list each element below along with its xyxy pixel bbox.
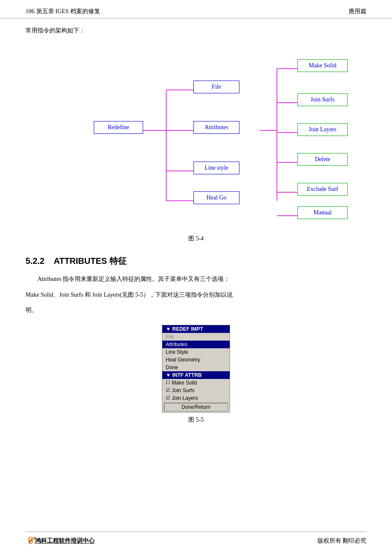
redefimpt-label: ▼ REDEF IMPT xyxy=(166,326,203,332)
diagram-box-excludesurf: Exclude Surf xyxy=(297,183,348,196)
menu-item-file[interactable]: File xyxy=(162,333,230,341)
page-footer: 𝒞 鸿科工程软件培训中心 版权所有 翻印必究 xyxy=(26,532,366,546)
footer-logo: 𝒞 鸿科工程软件培训中心 xyxy=(26,535,95,546)
page-header: 106 第五章 IGES 档案的修复 應用篇 xyxy=(0,0,392,18)
check-makesolid-label: Make Solid xyxy=(172,380,197,386)
body-text-3: 明。 xyxy=(26,305,366,316)
body-text-2: Make Solid、Join Surfs 和 Join Layers(见图 5… xyxy=(26,289,366,301)
diagram-box-manual: Manual xyxy=(297,206,348,219)
menu-item-attributes[interactable]: Attributes xyxy=(162,341,230,348)
diagram-box-linestyle: Line style xyxy=(193,162,239,174)
section-heading: 5.2.2 ATTRIBUTES 特征 xyxy=(26,255,366,267)
menu-check-makesolid[interactable]: ☐ Make Solid xyxy=(162,379,230,387)
intfattrb-label: ▼ INTF ATTRB xyxy=(166,372,202,378)
body-text-1: Attributes 指令用来重新定义输入特征的属性。其子菜单中又有三个选项： xyxy=(26,274,366,285)
diagram: Redefine File Attributes Line style Heal… xyxy=(68,43,324,222)
footer-company: 鸿科工程软件培训中心 xyxy=(35,537,95,545)
menu-check-joinlayers[interactable]: ☑ Join Layers xyxy=(162,394,230,402)
intro-text: 常用指令的架构如下： xyxy=(26,27,366,35)
diagram-box-healgo: Heal Go xyxy=(193,191,239,204)
footer-center: 版权所有 翻印必究 xyxy=(317,537,367,545)
header-right: 應用篇 xyxy=(349,8,366,15)
menu-item-done[interactable]: Done xyxy=(162,364,230,371)
logo-icon: 𝒞 xyxy=(26,535,32,546)
menu-container: ▼ REDEF IMPT File Attributes Line Style … xyxy=(26,325,366,413)
diagram-box-redefine: Redefine xyxy=(94,121,143,134)
diagram-box-joinsurfs: Join Surfs xyxy=(297,93,348,106)
menu-box: ▼ REDEF IMPT File Attributes Line Style … xyxy=(162,325,230,413)
check-joinsurfs-box: ☑ xyxy=(166,387,170,393)
menu-redefimpt-header: ▼ REDEF IMPT xyxy=(162,325,230,333)
diagram-box-delete: Delete xyxy=(297,153,348,166)
section-number: 5.2.2 xyxy=(26,256,44,266)
header-left: 106 第五章 IGES 档案的修复 xyxy=(26,8,100,15)
check-joinlayers-box: ☑ xyxy=(166,395,170,401)
diagram-box-file: File xyxy=(193,81,239,93)
section-title: ATTRIBUTES 特征 xyxy=(54,256,127,266)
diagram-box-joinlayers: Join Layers xyxy=(297,123,348,136)
diagram-caption: 图 5-4 xyxy=(26,235,366,243)
check-makesolid-box: ☐ xyxy=(166,380,170,385)
menu-intfattrb-header: ▼ INTF ATTRB xyxy=(162,371,230,379)
menu-item-healgeometry[interactable]: Heal Geometry xyxy=(162,356,230,364)
check-joinlayers-label: Join Layers xyxy=(172,395,198,401)
fig-caption-5-5: 图 5-5 xyxy=(26,416,366,424)
content-area: 常用指令的架构如下： xyxy=(0,18,392,449)
menu-done-return[interactable]: Done/Return xyxy=(164,403,228,411)
diagram-box-attributes: Attributes xyxy=(193,121,239,134)
menu-check-joinsurfs[interactable]: ☑ Join Surfs xyxy=(162,387,230,394)
diagram-box-makesolid: Make Solid xyxy=(297,59,348,72)
menu-item-linestyle[interactable]: Line Style xyxy=(162,348,230,356)
diagram-container: Redefine File Attributes Line style Heal… xyxy=(26,43,366,222)
check-joinsurfs-label: Join Surfs xyxy=(172,387,194,393)
